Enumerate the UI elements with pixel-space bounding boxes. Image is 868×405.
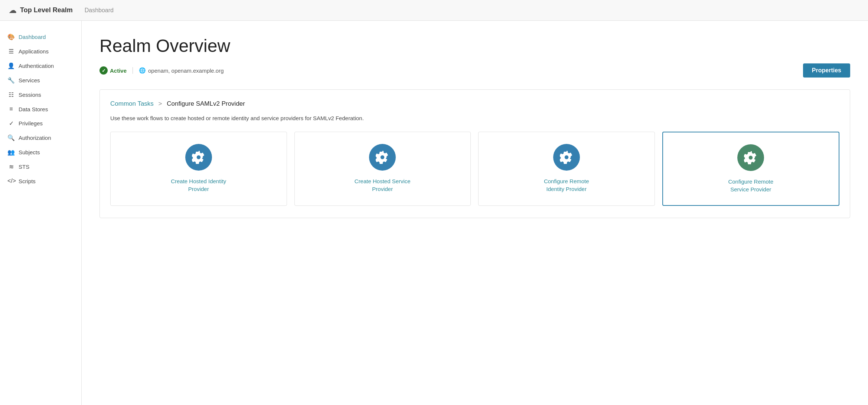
card-label: Configure RemoteIdentity Provider bbox=[544, 177, 589, 193]
breadcrumb-separator: > bbox=[159, 100, 162, 107]
sidebar-item-applications[interactable]: ☰ Applications bbox=[0, 44, 81, 59]
services-icon: 🔧 bbox=[7, 77, 15, 84]
card-label: Configure RemoteService Provider bbox=[728, 178, 773, 193]
authentication-icon: 👤 bbox=[7, 62, 15, 69]
sidebar-item-label: Applications bbox=[19, 48, 49, 55]
sidebar-item-data-stores[interactable]: ≡ Data Stores bbox=[0, 102, 81, 116]
sidebar-item-label: Services bbox=[19, 77, 40, 83]
scripts-icon: </> bbox=[7, 178, 15, 184]
sidebar-item-label: STS bbox=[19, 164, 29, 170]
cloud-icon: ☁ bbox=[9, 6, 16, 15]
sidebar-item-privileges[interactable]: ✓ Privileges bbox=[0, 116, 81, 131]
sidebar-item-label: Dashboard bbox=[19, 34, 46, 40]
sidebar-item-services[interactable]: 🔧 Services bbox=[0, 73, 81, 88]
privileges-icon: ✓ bbox=[7, 120, 15, 127]
sidebar-item-sts[interactable]: ≋ STS bbox=[0, 159, 81, 174]
sidebar-item-label: Data Stores bbox=[19, 106, 48, 112]
brand: ☁ Top Level Realm bbox=[9, 6, 73, 15]
sidebar-item-label: Subjects bbox=[19, 149, 40, 155]
sidebar-item-label: Authorization bbox=[19, 135, 51, 141]
status-row: ✓ Active 🌐 openam, openam.example.org Pr… bbox=[99, 63, 850, 78]
card-hosted-sp[interactable]: Create Hosted ServiceProvider bbox=[294, 132, 471, 206]
sidebar-item-label: Privileges bbox=[19, 120, 43, 126]
realm-info-text: openam, openam.example.org bbox=[148, 68, 223, 74]
sidebar-item-subjects[interactable]: 👥 Subjects bbox=[0, 145, 81, 159]
page-title: Realm Overview bbox=[99, 36, 850, 56]
applications-icon: ☰ bbox=[7, 48, 15, 55]
data-stores-icon: ≡ bbox=[7, 106, 15, 112]
status-badge: ✓ Active bbox=[99, 66, 127, 75]
breadcrumb: Common Tasks > Configure SAMLv2 Provider bbox=[110, 100, 839, 108]
sidebar-item-authentication[interactable]: 👤 Authentication bbox=[0, 59, 81, 73]
check-icon: ✓ bbox=[99, 66, 108, 75]
card-label: Create Hosted IdentityProvider bbox=[171, 177, 226, 193]
card-label: Create Hosted ServiceProvider bbox=[355, 177, 411, 193]
card-icon-circle bbox=[737, 144, 764, 171]
gear-icon bbox=[376, 151, 389, 164]
header-nav: Dashboard bbox=[85, 7, 114, 14]
breadcrumb-link[interactable]: Common Tasks bbox=[110, 100, 154, 107]
sidebar-item-label: Authentication bbox=[19, 63, 54, 69]
gear-icon bbox=[560, 151, 573, 164]
dashboard-icon: 🎨 bbox=[7, 33, 15, 40]
task-area: Common Tasks > Configure SAMLv2 Provider… bbox=[99, 89, 850, 218]
gear-icon bbox=[192, 151, 205, 164]
top-header: ☁ Top Level Realm Dashboard bbox=[0, 0, 868, 21]
globe-icon: 🌐 bbox=[139, 67, 146, 74]
card-icon-circle bbox=[553, 144, 580, 171]
sessions-icon: ☷ bbox=[7, 91, 15, 98]
breadcrumb-current: Configure SAMLv2 Provider bbox=[167, 100, 245, 107]
cards-row: Create Hosted IdentityProvider Create Ho… bbox=[110, 132, 839, 206]
sidebar: 🎨 Dashboard ☰ Applications 👤 Authenticat… bbox=[0, 21, 82, 405]
brand-label: Top Level Realm bbox=[20, 6, 73, 14]
sidebar-item-scripts[interactable]: </> Scripts bbox=[0, 174, 81, 188]
sidebar-item-authorization[interactable]: 🔍 Authorization bbox=[0, 131, 81, 145]
properties-button[interactable]: Properties bbox=[803, 63, 850, 78]
subjects-icon: 👥 bbox=[7, 149, 15, 156]
status-divider bbox=[133, 67, 133, 74]
sidebar-item-sessions[interactable]: ☷ Sessions bbox=[0, 88, 81, 102]
authorization-icon: 🔍 bbox=[7, 134, 15, 141]
task-description: Use these work flows to create hosted or… bbox=[110, 115, 839, 121]
gear-icon bbox=[744, 151, 757, 164]
card-hosted-idp[interactable]: Create Hosted IdentityProvider bbox=[110, 132, 287, 206]
sts-icon: ≋ bbox=[7, 163, 15, 170]
sidebar-item-label: Scripts bbox=[19, 178, 36, 184]
card-remote-sp[interactable]: Configure RemoteService Provider bbox=[662, 132, 840, 206]
realm-info: 🌐 openam, openam.example.org bbox=[139, 67, 223, 74]
sidebar-item-dashboard[interactable]: 🎨 Dashboard bbox=[0, 30, 81, 44]
card-remote-idp[interactable]: Configure RemoteIdentity Provider bbox=[478, 132, 655, 206]
sidebar-item-label: Sessions bbox=[19, 92, 41, 98]
status-label: Active bbox=[110, 68, 127, 74]
layout: 🎨 Dashboard ☰ Applications 👤 Authenticat… bbox=[0, 21, 868, 405]
card-icon-circle bbox=[185, 144, 212, 171]
card-icon-circle bbox=[369, 144, 396, 171]
main-content: Realm Overview ✓ Active 🌐 openam, openam… bbox=[82, 21, 868, 405]
